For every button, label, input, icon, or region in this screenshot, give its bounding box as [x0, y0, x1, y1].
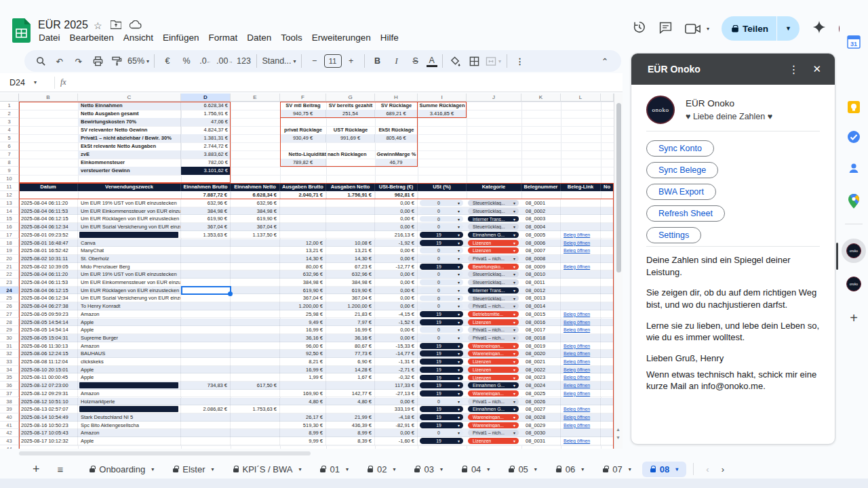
beleg-link-cell[interactable]: [561, 429, 601, 437]
sheet-tab-onboarding[interactable]: Onboarding▾: [81, 462, 162, 477]
totals-cell[interactable]: 6.628,34 €: [231, 191, 280, 199]
desc-cell[interactable]: Um EUR Rücklagen von EUR einzustecken: [78, 215, 181, 223]
ausgaben-netto-cell[interactable]: 67,23 €: [326, 263, 375, 271]
vertical-scrollbar[interactable]: ▲ ▼: [614, 94, 623, 449]
row-header-16[interactable]: 16: [0, 223, 19, 231]
beleg-link-cell[interactable]: [561, 279, 601, 287]
table-header-f[interactable]: Ausgaben Brutto: [280, 183, 326, 191]
einnahmen-netto-cell[interactable]: [231, 319, 280, 327]
einnahmen-brutto-cell[interactable]: 632,96 €: [181, 199, 231, 207]
beleg-link[interactable]: Beleg öffnen: [561, 248, 590, 253]
beleg-link[interactable]: Beleg öffnen: [561, 415, 590, 420]
sv-cell[interactable]: 3.416,85 €: [418, 110, 467, 118]
menu-format[interactable]: Format: [203, 30, 242, 45]
einnahmen-netto-cell[interactable]: [231, 342, 280, 350]
ausgaben-brutto-cell[interactable]: 1.200,00 €: [280, 302, 326, 310]
beleg-link[interactable]: Beleg öffnen: [561, 375, 590, 380]
category-dropdown[interactable]: Steuerrücklag...▾: [468, 208, 519, 214]
sv-cell[interactable]: 789,82 €: [280, 159, 326, 167]
ausgaben-brutto-cell[interactable]: 519,30 €: [280, 422, 326, 430]
desc-cell[interactable]: Apple: [78, 326, 181, 334]
ust-rate-dropdown[interactable]: 0▾: [420, 296, 463, 302]
beleg-link-cell[interactable]: Beleg öffnen: [561, 422, 601, 430]
get-addons-icon[interactable]: +: [850, 310, 858, 326]
desc-cell[interactable]: Apple: [78, 437, 181, 445]
category-dropdown[interactable]: Wareneingan...▾: [468, 414, 519, 420]
maps-icon[interactable]: [848, 194, 860, 211]
category-dropdown[interactable]: Lizenzen▾: [468, 367, 519, 373]
ust-betrag-cell[interactable]: -27,13 €: [375, 390, 418, 398]
ust-rate-dropdown[interactable]: 0▾: [420, 399, 463, 405]
summary-value[interactable]: 3.101,62 €: [181, 167, 231, 175]
column-header-K[interactable]: K: [521, 94, 561, 102]
category-dropdown[interactable]: Wareneingan...▾: [468, 343, 519, 349]
ausgaben-netto-cell[interactable]: 10,08 €: [326, 239, 375, 247]
row-header-41[interactable]: 41: [0, 422, 19, 430]
totals-cell[interactable]: 7.887,72 €: [181, 191, 231, 199]
ust-rate-dropdown[interactable]: 0▾: [420, 208, 463, 214]
ust-betrag-cell[interactable]: 0,00 €: [375, 270, 418, 279]
notiz-cell[interactable]: [601, 342, 614, 350]
date-cell[interactable]: 2025-08-05 14:54:14: [19, 319, 78, 327]
notiz-cell[interactable]: [601, 373, 614, 382]
ust-rate-dropdown[interactable]: 19▾: [420, 359, 463, 365]
date-cell[interactable]: 2025-08-04 06:11:53: [19, 207, 78, 216]
summary-value[interactable]: 6.628,34 €: [181, 102, 231, 110]
row-header-12[interactable]: 12: [0, 191, 19, 199]
zoom-select[interactable]: 65%▾: [127, 53, 149, 69]
ausgaben-netto-cell[interactable]: 36,16 €: [326, 334, 375, 342]
beleg-link-cell[interactable]: Beleg öffnen: [561, 231, 601, 239]
ust-betrag-cell[interactable]: 0,00 €: [375, 215, 418, 223]
summary-value[interactable]: 47,06 €: [181, 118, 231, 126]
desc-cell[interactable]: Um EUR Einkommenssteuer von EUR einzus: [78, 207, 181, 216]
date-cell[interactable]: 2025-08-06 12:24:15: [19, 350, 78, 358]
ust-betrag-cell[interactable]: -1,52 €: [375, 319, 418, 327]
beleg-link-cell[interactable]: Beleg öffnen: [561, 405, 601, 413]
row-header-23[interactable]: 23: [0, 279, 19, 287]
row-header-44[interactable]: 44: [0, 445, 19, 449]
menu-bearbeiten[interactable]: Bearbeiten: [65, 30, 119, 45]
ausgaben-brutto-cell[interactable]: 4,80 €: [280, 398, 326, 406]
undo-icon[interactable]: ↶: [52, 53, 68, 69]
desc-cell[interactable]: Supreme Burger: [78, 334, 181, 342]
einnahmen-brutto-cell[interactable]: [181, 373, 231, 382]
ausgaben-brutto-cell[interactable]: [280, 223, 326, 231]
einnahmen-netto-cell[interactable]: [231, 437, 280, 445]
ust-rate-dropdown[interactable]: 0▾: [420, 256, 463, 262]
percent-format-button[interactable]: %: [178, 53, 195, 69]
date-cell[interactable]: 2025-08-10 20:15:01: [19, 366, 78, 374]
row-header-40[interactable]: 40: [0, 413, 19, 422]
einnahmen-brutto-cell[interactable]: [181, 413, 231, 422]
column-header-G[interactable]: G: [326, 94, 375, 102]
ust-betrag-cell[interactable]: -82,91 €: [375, 422, 418, 430]
einnahmen-netto-cell[interactable]: [231, 270, 280, 279]
notiz-cell[interactable]: [601, 334, 614, 342]
desc-cell[interactable]: Spc Bito Aktiengesellscha: [78, 422, 181, 430]
date-cell[interactable]: 2025-08-13 02:57:07: [19, 405, 78, 413]
belegnummer-cell[interactable]: 08_0028: [521, 413, 561, 422]
tasks-icon[interactable]: [847, 130, 861, 146]
row-header-13[interactable]: 13: [0, 199, 19, 207]
ust-rate-dropdown[interactable]: 19▾: [420, 264, 463, 270]
ust-rate-dropdown[interactable]: 19▾: [420, 382, 463, 388]
einnahmen-brutto-cell[interactable]: 1.353,63 €: [181, 231, 231, 239]
font-size-increase[interactable]: +: [343, 53, 359, 69]
beleg-link-cell[interactable]: Beleg öffnen: [561, 342, 601, 350]
desc-cell[interactable]: Um EUR 19% UST von EUR einzustecken: [78, 270, 181, 279]
einnahmen-netto-cell[interactable]: [231, 326, 280, 334]
desc-cell[interactable]: Um EUR Sozial Versicherung von EUR einzu…: [78, 223, 181, 231]
summary-label[interactable]: Einkommensteuer: [78, 159, 181, 167]
belegnummer-cell[interactable]: 08_0008: [521, 255, 561, 263]
menu-daten[interactable]: Daten: [242, 30, 276, 45]
ausgaben-netto-cell[interactable]: 16,99 €: [326, 326, 375, 334]
beleg-link-cell[interactable]: Beleg öffnen: [561, 390, 601, 398]
ausgaben-netto-cell[interactable]: 13,21 €: [326, 247, 375, 255]
ausgaben-netto-cell[interactable]: 7,97 €: [326, 319, 375, 327]
date-cell[interactable]: 2025-08-04 06:27:38: [19, 302, 78, 310]
summary-value[interactable]: 1.756,91 €: [181, 110, 231, 118]
ust-betrag-cell[interactable]: 0,00 €: [375, 287, 418, 295]
ust-betrag-cell[interactable]: -12,77 €: [375, 263, 418, 271]
row-header-4[interactable]: 4: [0, 126, 19, 134]
desc-cell[interactable]: ManyChat: [78, 247, 181, 255]
ausgaben-brutto-cell[interactable]: 619,90 €: [280, 287, 326, 295]
